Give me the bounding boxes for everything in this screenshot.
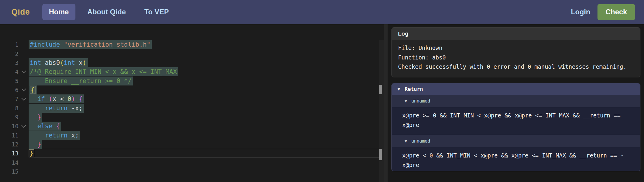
triangle-down-icon: ▼	[397, 87, 400, 91]
editor-scrollbar[interactable]	[379, 40, 384, 182]
scrollbar-thumb[interactable]	[379, 85, 382, 94]
code-line[interactable]: 7 if (x < 0) {	[0, 94, 379, 103]
return-assertions-panel: ▼ Return ▼unnamedx@pre >= 0 && INT_MIN <…	[391, 83, 640, 171]
code-line[interactable]: 15	[0, 167, 379, 176]
code-line-content: Ensure __return >= 0 */	[29, 76, 379, 85]
check-button[interactable]: Check	[597, 4, 635, 20]
assertion-condition: x@pre < 0 && INT_MIN < x@pre && x@pre <=…	[392, 147, 640, 171]
highlighted-code-span: }	[29, 140, 42, 149]
line-number: 12	[0, 141, 18, 148]
code-line[interactable]: 12 }	[0, 140, 379, 149]
code-line-content: #include "verification_stdlib.h"	[29, 40, 379, 49]
pane-splitter[interactable]	[384, 24, 388, 182]
code-line-content: /*@ Require INT_MIN < x && x <= INT_MAX	[29, 67, 379, 76]
code-line[interactable]: 8 return -x;	[0, 103, 379, 112]
log-line-result: Checked successfully with 0 error and 0 …	[398, 62, 634, 72]
assertion-group-header[interactable]: ▼unnamed	[392, 95, 640, 107]
line-number: 13	[0, 150, 18, 157]
highlighted-code-span: return -x;	[29, 104, 84, 113]
code-line-content: else {	[29, 122, 379, 131]
triangle-down-icon: ▼	[405, 139, 407, 143]
assertion-group-label: unnamed	[411, 138, 430, 144]
line-number: 3	[0, 59, 18, 66]
code-line-content: return x;	[29, 131, 379, 140]
fold-chevron-icon[interactable]	[18, 125, 29, 128]
scrollbar-thumb[interactable]	[379, 149, 382, 160]
return-section-header[interactable]: ▼ Return	[392, 83, 640, 95]
return-section-title: Return	[405, 86, 423, 92]
assertion-group-header[interactable]: ▼unnamed	[392, 135, 640, 147]
highlighted-code-span: return x;	[29, 131, 80, 140]
highlighted-code-span: /*@ Require INT_MIN < x && x <= INT_MAX	[29, 67, 178, 76]
nav-items: Home About Qide To VEP	[42, 4, 175, 20]
line-number: 10	[0, 123, 18, 129]
line-number: 9	[0, 114, 18, 120]
line-number: 7	[0, 96, 18, 102]
highlighted-code-span: }	[29, 113, 42, 122]
code-line[interactable]: 13}	[0, 149, 379, 158]
highlighted-code-span: #include "verification_stdlib.h"	[29, 40, 152, 49]
log-line-function: Function: abs0	[398, 53, 634, 62]
line-number: 5	[0, 78, 18, 84]
code-line-content: if (x < 0) {	[29, 94, 379, 103]
highlighted-code-span: Ensure __return >= 0 */	[29, 77, 133, 85]
qide-app: Qide Home About Qide To VEP Login Check …	[0, 0, 644, 182]
nav-item-about[interactable]: About Qide	[81, 4, 132, 20]
code-line-content: }	[29, 140, 379, 149]
code-line-content	[29, 158, 379, 167]
nav-item-vep[interactable]: To VEP	[138, 4, 175, 20]
login-link[interactable]: Login	[569, 5, 592, 19]
line-number: 11	[0, 132, 18, 139]
code-line[interactable]: 10 else {	[0, 122, 379, 131]
code-line[interactable]: 14	[0, 158, 379, 167]
code-editor[interactable]: 1#include "verification_stdlib.h"23int a…	[0, 24, 384, 182]
fold-chevron-icon[interactable]	[18, 97, 29, 101]
log-panel: Log File: Unknown Function: abs0 Checked…	[391, 27, 640, 77]
code-line-content: int abs0(int x)	[29, 58, 379, 67]
highlighted-code-span: {	[29, 85, 37, 94]
code-lines: 1#include "verification_stdlib.h"23int a…	[0, 40, 379, 176]
line-number: 2	[0, 51, 18, 57]
code-line-content: }	[29, 113, 379, 122]
navbar-right: Login Check	[569, 4, 635, 20]
code-line-content	[29, 49, 379, 58]
code-line-content: return -x;	[29, 103, 379, 112]
triangle-down-icon: ▼	[405, 99, 407, 103]
navbar: Qide Home About Qide To VEP Login Check	[0, 0, 644, 24]
line-number: 6	[0, 87, 18, 93]
line-number: 14	[0, 159, 18, 166]
code-line[interactable]: 5 Ensure __return >= 0 */	[0, 76, 379, 85]
code-line[interactable]: 3int abs0(int x)	[0, 58, 379, 67]
nav-item-home[interactable]: Home	[42, 4, 75, 20]
code-line[interactable]: 6{	[0, 85, 379, 94]
highlighted-code-span: else {	[29, 122, 61, 131]
code-line[interactable]: 1#include "verification_stdlib.h"	[0, 40, 379, 49]
log-line-file: File: Unknown	[398, 43, 634, 53]
assertion-group-label: unnamed	[411, 98, 430, 104]
log-panel-body: File: Unknown Function: abs0 Checked suc…	[392, 40, 640, 75]
code-line[interactable]: 4/*@ Require INT_MIN < x && x <= INT_MAX	[0, 67, 379, 76]
code-line-content: }	[29, 149, 379, 158]
log-panel-title: Log	[392, 27, 640, 40]
code-line[interactable]: 11 return x;	[0, 131, 379, 140]
code-line-content	[29, 167, 379, 176]
code-line[interactable]: 9 }	[0, 113, 379, 122]
code-line-content: {	[29, 85, 379, 94]
code-line[interactable]: 2	[0, 49, 379, 58]
highlighted-code-span: int abs0(int x)	[29, 58, 88, 67]
fold-chevron-icon[interactable]	[18, 70, 29, 74]
brand-logo[interactable]: Qide	[11, 7, 30, 17]
assertion-condition: x@pre >= 0 && INT_MIN < x@pre && x@pre <…	[392, 107, 640, 135]
fold-chevron-icon[interactable]	[18, 88, 29, 91]
line-number: 4	[0, 68, 18, 75]
line-number: 1	[0, 41, 18, 48]
line-number: 15	[0, 168, 18, 175]
highlighted-code-span: if (x < 0) {	[29, 94, 84, 103]
line-number: 8	[0, 105, 18, 111]
